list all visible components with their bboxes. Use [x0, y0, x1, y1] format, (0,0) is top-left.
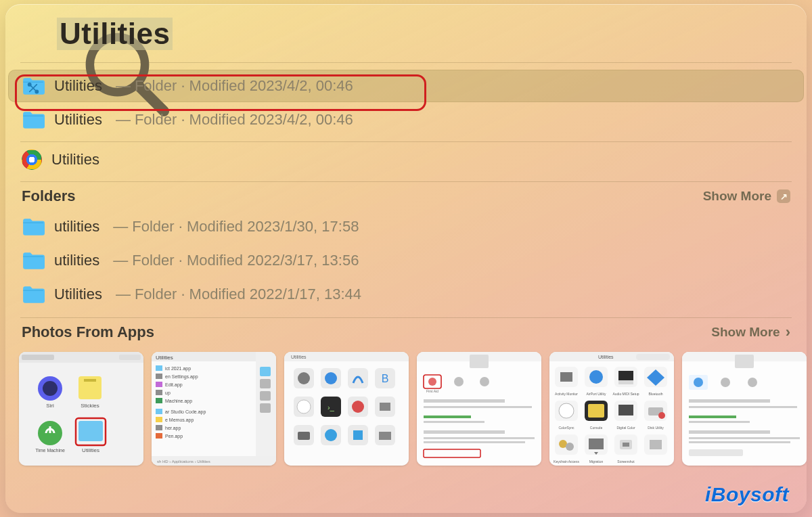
top-hits-list: Utilities —Folder · Modified 2023/4/2, 0… [5, 63, 807, 176]
svg-text:Stickies: Stickies [81, 403, 99, 409]
svg-text:Utilities: Utilities [291, 355, 307, 359]
svg-text:Utilities: Utilities [598, 355, 614, 359]
svg-text:e Memos.app: e Memos.app [165, 418, 194, 423]
svg-text:en Settings.app: en Settings.app [165, 374, 198, 380]
photo-thumb[interactable] [682, 352, 807, 466]
svg-point-80 [454, 377, 464, 386]
svg-point-142 [721, 378, 730, 387]
svg-text:Edit.app: Edit.app [165, 382, 183, 388]
svg-text:Migration: Migration [589, 459, 604, 464]
svg-text:ar Studio Code.app: ar Studio Code.app [165, 409, 206, 415]
show-more-photos[interactable]: Show More › [711, 323, 790, 341]
svg-rect-85 [424, 415, 471, 418]
svg-text:Bluetooth: Bluetooth [648, 392, 662, 396]
svg-point-121 [658, 412, 665, 419]
svg-text:Pen.app: Pen.app [165, 434, 183, 439]
folder-result-row[interactable]: utilities —Folder · Modified 2022/3/17, … [8, 244, 804, 277]
svg-point-64 [352, 401, 364, 413]
photos-section-header: Photos From Apps Show More › [5, 321, 807, 344]
photo-thumb[interactable]: Siri Stickies Time Machine Utilities [19, 352, 143, 466]
svg-text:B: B [382, 373, 389, 384]
show-more-folders[interactable]: Show More ↗ [703, 189, 790, 204]
svg-rect-136 [650, 440, 662, 449]
result-title: utilities [54, 252, 99, 269]
search-icon [24, 22, 47, 45]
svg-rect-145 [689, 406, 797, 408]
search-row: Utilities [5, 4, 807, 60]
section-title: Photos From Apps [22, 323, 154, 341]
svg-point-54 [325, 372, 337, 384]
svg-point-81 [480, 377, 489, 386]
svg-rect-87 [424, 430, 505, 434]
photo-thumb[interactable]: Utilities Activity Monitor AirPort Utili… [549, 352, 674, 466]
svg-text:ColorSync: ColorSync [558, 426, 574, 430]
svg-text:›_: ›_ [328, 403, 335, 411]
svg-text:Activity Monitor: Activity Monitor [555, 392, 578, 396]
svg-rect-83 [424, 399, 505, 403]
svg-rect-94 [636, 354, 670, 360]
svg-point-99 [589, 370, 603, 384]
result-title: Utilities [51, 151, 99, 168]
svg-text:Utilities: Utilities [82, 447, 99, 453]
arrow-out-icon: ↗ [777, 189, 790, 203]
svg-rect-7 [119, 355, 141, 360]
result-meta: —Folder · Modified 2023/4/2, 00:46 [112, 77, 353, 95]
svg-rect-150 [689, 441, 790, 443]
folders-section-header: Folders Show More ↗ [5, 185, 807, 208]
svg-rect-30 [156, 390, 162, 395]
svg-rect-133 [623, 443, 629, 447]
svg-text:Audio MIDI Setup: Audio MIDI Setup [612, 392, 639, 396]
spotlight-window: Utilities Utilities —Folder · Modified 2… [5, 4, 807, 513]
svg-rect-103 [618, 380, 633, 384]
svg-point-79 [428, 378, 436, 386]
svg-rect-147 [689, 421, 750, 423]
svg-rect-42 [260, 367, 271, 376]
svg-text:Machine.app: Machine.app [165, 399, 192, 404]
svg-rect-6 [22, 355, 54, 360]
show-more-label: Show More [711, 325, 780, 340]
svg-rect-88 [424, 437, 535, 439]
folder-result-row[interactable]: utilities —Folder · Modified 2023/1/30, … [8, 210, 804, 243]
svg-rect-128 [589, 439, 604, 449]
photo-thumb[interactable]: First Aid [417, 352, 541, 466]
separator [20, 141, 792, 142]
svg-rect-74 [379, 432, 391, 440]
svg-rect-72 [353, 430, 363, 440]
svg-rect-89 [424, 441, 525, 443]
svg-rect-11 [84, 379, 96, 382]
svg-rect-144 [689, 399, 770, 403]
photo-thumb[interactable]: Utilities ict 2021.app en Settings.app E… [152, 352, 276, 466]
svg-rect-96 [560, 372, 572, 382]
svg-rect-151 [689, 449, 743, 456]
svg-text:Console: Console [590, 426, 603, 430]
separator [20, 181, 792, 182]
separator [20, 317, 792, 318]
svg-rect-77 [470, 355, 489, 368]
svg-rect-28 [156, 382, 162, 387]
svg-point-52 [298, 372, 310, 384]
svg-rect-40 [156, 433, 162, 439]
folder-utilities-icon [22, 76, 45, 95]
svg-point-143 [748, 378, 757, 387]
svg-rect-32 [156, 398, 162, 403]
section-title: Folders [22, 187, 75, 205]
svg-rect-44 [260, 391, 271, 401]
folders-list: utilities —Folder · Modified 2023/1/30, … [5, 208, 807, 311]
folder-icon [22, 110, 45, 129]
photo-thumb[interactable]: Utilities B ›_ [284, 352, 409, 466]
svg-rect-14 [78, 421, 103, 441]
svg-rect-66 [380, 403, 390, 411]
svg-rect-117 [618, 405, 633, 415]
result-title: utilities [54, 218, 99, 235]
svg-rect-24 [156, 365, 162, 371]
svg-rect-43 [260, 379, 271, 388]
svg-rect-148 [689, 430, 770, 434]
search-input[interactable]: Utilities [57, 18, 173, 50]
svg-text:Siri: Siri [46, 403, 54, 409]
svg-text:Utilities: Utilities [156, 355, 173, 361]
folder-result-row[interactable]: Utilities —Folder · Modified 2022/1/17, … [8, 278, 804, 311]
svg-text:Digital Color: Digital Color [616, 426, 635, 430]
svg-rect-146 [689, 415, 736, 418]
svg-rect-84 [424, 406, 532, 408]
result-row-chrome-utilities[interactable]: Utilities [8, 143, 804, 176]
